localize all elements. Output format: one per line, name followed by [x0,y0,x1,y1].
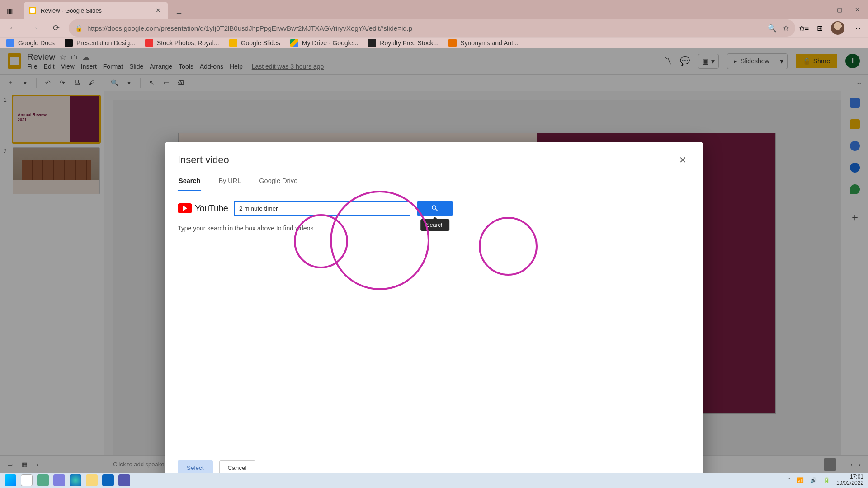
youtube-play-icon [178,203,192,213]
search-tooltip: Search [420,219,449,231]
bookmark-label: Google Slides [241,39,280,47]
tray-overflow-button[interactable]: ˄ [788,477,791,483]
site-icon [145,39,153,47]
address-bar[interactable]: 🔒 https://docs.google.com/presentation/d… [69,19,795,37]
favorites-list-icon[interactable]: ✩≡ [799,24,809,33]
maximize-button[interactable]: ▢ [837,6,842,13]
bookmark-label: Synonyms and Ant... [460,39,518,47]
site-icon [448,39,457,47]
video-search-button[interactable]: Search [417,201,453,216]
favorite-icon[interactable]: ✩ [783,24,789,33]
bookmark-item[interactable]: Stock Photos, Royal... [145,39,219,47]
browser-menu-button[interactable]: ⋯ [853,23,862,33]
profile-avatar[interactable] [831,21,844,35]
docs-icon [6,39,14,47]
zoom-icon[interactable]: 🔍 [768,24,777,33]
chat-button[interactable] [53,474,65,486]
bookmark-label: Google Docs [18,39,55,47]
youtube-wordmark: YouTube [195,203,228,214]
bookmark-label: Presentation Desig... [76,39,135,47]
nav-bar: ← → ⟳ 🔒 https://docs.google.com/presenta… [0,19,868,37]
lock-icon: 🔒 [75,24,83,32]
tab-strip: Review - Google Slides ✕ ＋ [20,0,806,19]
search-icon [431,204,439,212]
system-tray: ˄ 📶 🔊 🔋 17:01 10/02/2022 [788,474,863,487]
bookmark-item[interactable]: Google Slides [229,39,280,47]
modal-tabs: Search By URL Google Drive [165,173,703,191]
insert-video-modal: Insert video ✕ Search By URL Google Driv… [165,142,703,485]
close-tab-button[interactable]: ✕ [154,5,163,16]
start-button[interactable] [5,474,16,486]
battery-icon[interactable]: 🔋 [823,477,830,483]
clock[interactable]: 17:01 10/02/2022 [836,474,863,487]
browser-tab-active[interactable]: Review - Google Slides ✕ [24,2,168,19]
window-controls: ― ▢ ✕ [806,0,868,19]
bookmark-label: Royalty Free Stock... [380,39,439,47]
task-view-button[interactable] [37,474,49,486]
bookmark-item[interactable]: Synonyms and Ant... [448,39,518,47]
tray-time: 17:01 [836,474,863,480]
close-window-button[interactable]: ✕ [855,6,860,13]
bookmark-label: My Drive - Google... [302,39,358,47]
taskbar-search-button[interactable] [21,474,33,486]
tab-google-drive[interactable]: Google Drive [258,173,298,191]
site-icon [65,39,73,47]
bookmark-label: Stock Photos, Royal... [157,39,219,47]
bookmark-item[interactable]: My Drive - Google... [290,39,358,47]
collections-icon[interactable]: ⊞ [817,24,823,33]
bookmark-item[interactable]: Royalty Free Stock... [368,39,439,47]
tab-title: Review - Google Slides [41,7,149,14]
new-tab-button[interactable]: ＋ [172,7,186,19]
teams-app-icon[interactable] [118,474,130,486]
drive-icon [290,39,298,47]
edge-app-icon[interactable] [70,474,81,486]
url-text: https://docs.google.com/presentation/d/1… [87,24,412,32]
explorer-app-icon[interactable] [86,474,98,486]
reload-button[interactable]: ⟳ [47,19,65,37]
modal-title: Insert video [178,154,229,166]
back-button[interactable]: ← [4,19,22,37]
google-slides-app: Review ☆ 🗀 ☁ File Edit View Insert Forma… [0,48,868,473]
volume-icon[interactable]: 🔊 [810,477,817,483]
slides-icon [229,39,237,47]
bookmark-item[interactable]: Google Docs [6,39,55,47]
tab-actions-button[interactable]: ▥ [2,3,18,19]
wifi-icon[interactable]: 📶 [797,477,804,483]
browser-chrome: ▥ Review - Google Slides ✕ ＋ ― ▢ ✕ ← → ⟳… [0,0,868,48]
outlook-app-icon[interactable] [102,474,114,486]
tab-search[interactable]: Search [178,173,201,191]
bookmark-item[interactable]: Presentation Desig... [65,39,135,47]
bookmarks-bar: Google Docs Presentation Desig... Stock … [0,37,868,48]
site-icon [368,39,376,47]
youtube-logo: YouTube [178,203,228,214]
video-search-input[interactable] [234,201,410,216]
slides-favicon-icon [29,7,36,14]
forward-button[interactable]: → [25,19,43,37]
windows-taskbar: ˄ 📶 🔊 🔋 17:01 10/02/2022 [0,473,868,488]
tray-date: 10/02/2022 [836,480,863,487]
tab-by-url[interactable]: By URL [217,173,242,191]
minimize-button[interactable]: ― [818,6,824,13]
modal-close-button[interactable]: ✕ [675,153,690,167]
